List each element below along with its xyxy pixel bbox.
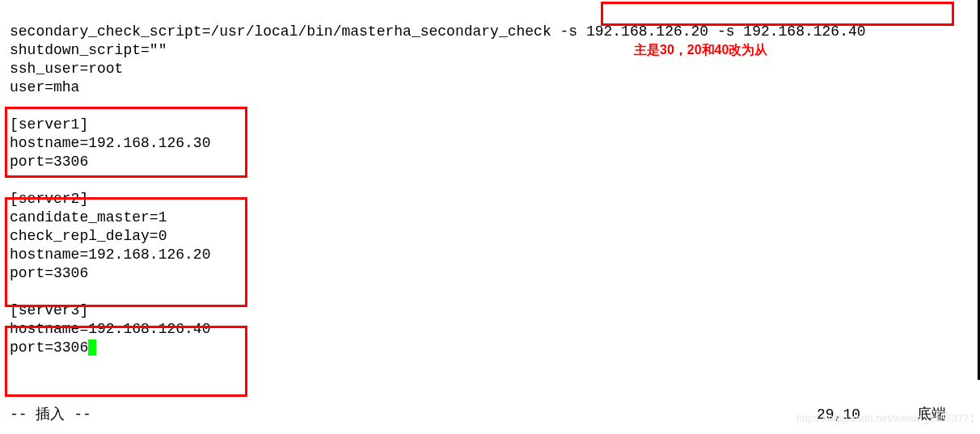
config-line-user: user=mha — [10, 79, 79, 95]
config-line-sshuser: ssh_user=root — [10, 61, 123, 77]
watermark-text: https://blog.csdn.net/weixin_51573771 — [796, 409, 975, 428]
config-line-shutdown: shutdown_script="" — [10, 42, 167, 58]
vim-mode: -- 插入 -- — [10, 406, 91, 424]
highlight-box-secondary-args — [601, 2, 954, 26]
highlight-box-server2 — [5, 197, 247, 307]
config-line-secondary: secondary_check_script=/usr/local/bin/ma… — [10, 23, 866, 40]
highlight-box-server1 — [5, 107, 247, 178]
annotation-text: 主是30，20和40改为从 — [634, 40, 767, 59]
highlight-box-server3 — [5, 326, 247, 397]
